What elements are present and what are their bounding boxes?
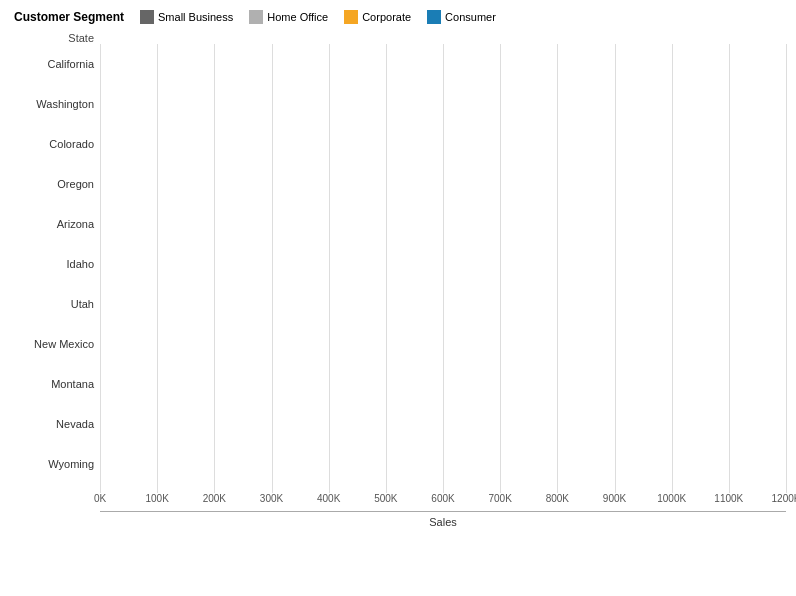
x-axis: 0K100K200K300K400K500K600K700K800K900K10… xyxy=(10,493,786,511)
bar-row xyxy=(100,364,786,404)
legend-label: Small Business xyxy=(158,11,233,23)
bar-row xyxy=(100,84,786,124)
x-ticks: 0K100K200K300K400K500K600K700K800K900K10… xyxy=(100,493,786,511)
state-label: New Mexico xyxy=(10,324,100,364)
state-axis-label: State xyxy=(10,32,100,44)
chart-container: Customer Segment Small BusinessHome Offi… xyxy=(0,0,796,596)
x-tick-label: 400K xyxy=(317,493,340,504)
x-tick-label: 1100K xyxy=(714,493,743,504)
legend-item: Consumer xyxy=(427,10,496,24)
y-axis-labels: CaliforniaWashingtonColoradoOregonArizon… xyxy=(10,44,100,493)
x-axis-title-row: Sales xyxy=(10,512,786,528)
chart-legend: Customer Segment Small BusinessHome Offi… xyxy=(10,10,786,24)
x-tick-label: 300K xyxy=(260,493,283,504)
x-tick-label: 200K xyxy=(203,493,226,504)
legend-label: Corporate xyxy=(362,11,411,23)
x-tick-label: 900K xyxy=(603,493,626,504)
x-tick-label: 600K xyxy=(431,493,454,504)
bar-row xyxy=(100,284,786,324)
bar-row xyxy=(100,164,786,204)
bar-row xyxy=(100,444,786,484)
x-axis-title: Sales xyxy=(100,516,786,528)
x-tick-label: 800K xyxy=(546,493,569,504)
x-tick-label: 1200K xyxy=(772,493,796,504)
x-tick-label: 500K xyxy=(374,493,397,504)
bar-row xyxy=(100,204,786,244)
state-label: Oregon xyxy=(10,164,100,204)
x-tick-label: 1000K xyxy=(657,493,686,504)
state-label: Colorado xyxy=(10,124,100,164)
bar-row xyxy=(100,324,786,364)
bar-row xyxy=(100,244,786,284)
legend-label: Consumer xyxy=(445,11,496,23)
legend-item: Small Business xyxy=(140,10,233,24)
legend-swatch xyxy=(427,10,441,24)
state-label: Arizona xyxy=(10,204,100,244)
state-label: California xyxy=(10,44,100,84)
state-label: Washington xyxy=(10,84,100,124)
legend-swatch xyxy=(140,10,154,24)
state-label: Montana xyxy=(10,364,100,404)
bars-area xyxy=(100,44,786,493)
chart-inner: CaliforniaWashingtonColoradoOregonArizon… xyxy=(10,44,786,493)
state-label: Idaho xyxy=(10,244,100,284)
state-label: Wyoming xyxy=(10,444,100,484)
x-tick-label: 100K xyxy=(145,493,168,504)
x-tick-label: 0K xyxy=(94,493,106,504)
legend-title: Customer Segment xyxy=(14,10,124,24)
state-label: Nevada xyxy=(10,404,100,444)
state-label: Utah xyxy=(10,284,100,324)
grid-line xyxy=(786,44,787,493)
legend-label: Home Office xyxy=(267,11,328,23)
legend-swatch xyxy=(249,10,263,24)
x-tick-label: 700K xyxy=(488,493,511,504)
legend-swatch xyxy=(344,10,358,24)
bar-row xyxy=(100,44,786,84)
bar-row xyxy=(100,404,786,444)
bar-row xyxy=(100,124,786,164)
legend-item: Home Office xyxy=(249,10,328,24)
legend-item: Corporate xyxy=(344,10,411,24)
